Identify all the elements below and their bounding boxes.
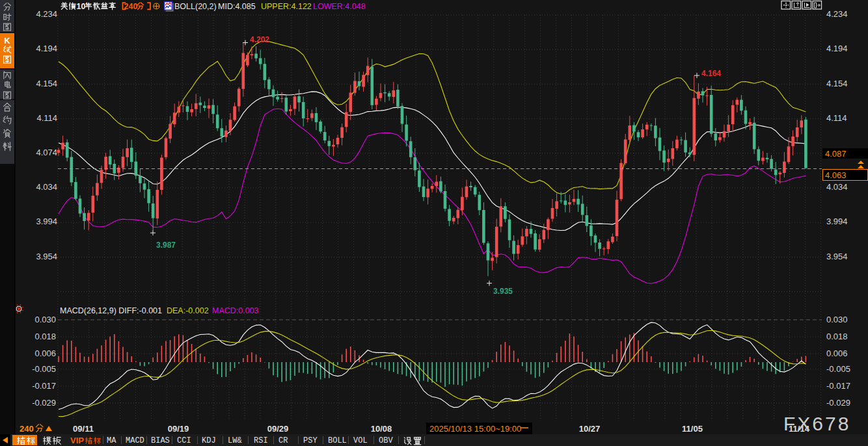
svg-text:-0.029: -0.029 <box>826 398 850 408</box>
svg-text:4.234: 4.234 <box>826 9 848 19</box>
svg-text:DEA:-0.002: DEA:-0.002 <box>167 306 209 315</box>
svg-text:10/08: 10/08 <box>371 424 392 434</box>
svg-text:3.994: 3.994 <box>826 216 848 226</box>
svg-text:CR: CR <box>278 436 288 445</box>
svg-text:09/29: 09/29 <box>267 424 289 434</box>
svg-text:4.234: 4.234 <box>36 9 57 19</box>
svg-text:4.114: 4.114 <box>36 113 57 123</box>
svg-text:0.006: 0.006 <box>826 348 848 358</box>
svg-text:BOLL: BOLL <box>328 436 347 445</box>
svg-text:4.194: 4.194 <box>826 44 848 53</box>
svg-text:OBV: OBV <box>379 436 393 445</box>
svg-text:RSI: RSI <box>254 436 268 445</box>
svg-text:PSY: PSY <box>303 436 318 445</box>
svg-text:VOL: VOL <box>353 436 368 445</box>
svg-text:4.087: 4.087 <box>825 149 847 159</box>
svg-text:4.034: 4.034 <box>36 182 57 192</box>
svg-text:LOWER:4.048: LOWER:4.048 <box>313 2 366 11</box>
svg-text:4.164: 4.164 <box>701 69 721 78</box>
svg-text:0.006: 0.006 <box>34 348 56 358</box>
svg-text:UPPER:4.122: UPPER:4.122 <box>261 2 312 11</box>
svg-text:MACD:0.003: MACD:0.003 <box>212 306 259 315</box>
svg-text:11/05: 11/05 <box>682 424 703 434</box>
svg-text:-0.005: -0.005 <box>826 364 850 374</box>
svg-text:KDJ: KDJ <box>202 436 216 445</box>
svg-text:-0.017: -0.017 <box>826 381 850 391</box>
svg-text:4.034: 4.034 <box>826 182 848 192</box>
svg-text:09/19: 09/19 <box>168 424 189 434</box>
svg-text:3.994: 3.994 <box>36 216 57 226</box>
svg-text:MA: MA <box>107 436 116 445</box>
svg-text:-0.029: -0.029 <box>32 398 56 408</box>
svg-text:MID:4.085: MID:4.085 <box>218 2 256 11</box>
svg-text:09/11: 09/11 <box>73 424 94 434</box>
svg-text:4.063: 4.063 <box>825 170 847 180</box>
svg-text:3.987: 3.987 <box>156 241 176 250</box>
svg-text:4.194: 4.194 <box>36 44 57 53</box>
svg-text:LW&: LW& <box>228 436 242 445</box>
svg-text:-0.017: -0.017 <box>32 381 56 391</box>
svg-text:4.154: 4.154 <box>36 79 57 88</box>
svg-text:3.954: 3.954 <box>36 252 57 261</box>
svg-text:2025/10/13 15:00~19:00: 2025/10/13 15:00~19:00 <box>429 424 521 434</box>
svg-text:K: K <box>4 36 10 46</box>
svg-text:BIAS: BIAS <box>151 436 170 445</box>
svg-text:4.202: 4.202 <box>250 35 269 44</box>
svg-text:4.114: 4.114 <box>826 113 847 123</box>
svg-text:-0.005: -0.005 <box>32 364 56 374</box>
svg-text:4.154: 4.154 <box>826 79 848 88</box>
svg-text:3.954: 3.954 <box>826 252 848 261</box>
svg-text:0.018: 0.018 <box>34 332 56 341</box>
svg-text:MACD: MACD <box>126 436 144 445</box>
svg-text:BOLL(20,2): BOLL(20,2) <box>174 2 217 11</box>
svg-text:MACD(26,12,9) DIFF:-0.001: MACD(26,12,9) DIFF:-0.001 <box>60 306 162 315</box>
svg-text:3.935: 3.935 <box>493 287 513 296</box>
svg-text:240: 240 <box>124 2 138 11</box>
svg-text:0.018: 0.018 <box>826 332 848 341</box>
svg-text:4.074: 4.074 <box>36 148 57 157</box>
svg-text:240: 240 <box>20 424 34 434</box>
svg-text:CCI: CCI <box>177 436 191 445</box>
svg-text:0.030: 0.030 <box>34 315 56 324</box>
svg-text:VIP: VIP <box>70 436 84 445</box>
svg-text:0.030: 0.030 <box>826 315 848 324</box>
svg-text:FX678: FX678 <box>783 413 850 434</box>
svg-text:10/27: 10/27 <box>579 424 601 434</box>
svg-text:10: 10 <box>77 2 86 11</box>
